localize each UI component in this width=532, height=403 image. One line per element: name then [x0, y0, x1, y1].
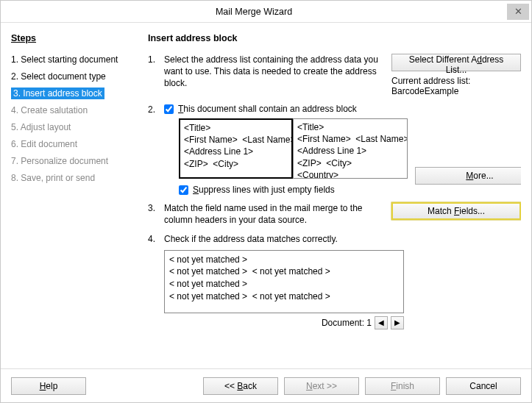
section-select-address-list: 1. Select the address list containing th… [148, 54, 521, 96]
suppress-empty-lines-input[interactable] [179, 185, 188, 195]
mail-merge-wizard-window: Mail Merge Wizard ✕ Steps 1. Select star… [0, 0, 532, 403]
steps-sidebar: Steps 1. Select starting document2. Sele… [11, 30, 138, 368]
match-fields-button[interactable]: Match Fields... [391, 202, 521, 220]
close-icon: ✕ [514, 6, 522, 17]
document-index: 1 [366, 318, 372, 328]
step-item-4[interactable]: 4. Create salutation [11, 104, 138, 116]
current-address-list-label: Current address list: BarcodeExample [391, 76, 521, 96]
step-item-7[interactable]: 7. Personalize document [11, 155, 138, 167]
back-button[interactable]: << Back [203, 377, 278, 395]
finish-button[interactable]: Finish [365, 377, 440, 395]
select-address-list-button[interactable]: Select Different Address List... [391, 54, 521, 71]
address-block-template-1[interactable]: <Title> <First Name> <Last Name> <Addres… [179, 118, 293, 179]
help-button[interactable]: Help [11, 377, 86, 395]
more-templates-button[interactable]: More... [415, 167, 521, 185]
prev-document-button[interactable]: ◀ [375, 316, 388, 329]
section4-text: Check if the address data matches correc… [164, 233, 521, 245]
address-block-templates: <Title> <First Name> <Last Name> <Addres… [179, 118, 408, 179]
current-address-list-value: BarcodeExample [391, 86, 458, 96]
section-number: 1. [148, 54, 164, 96]
step-item-6[interactable]: 6. Edit document [11, 138, 138, 150]
next-button[interactable]: Next >> [284, 377, 359, 395]
step-item-2[interactable]: 2. Select document type [11, 71, 138, 82]
step-item-3[interactable]: 3. Insert address block [11, 88, 104, 99]
titlebar: Mail Merge Wizard ✕ [1, 1, 531, 23]
contain-address-block-input[interactable] [164, 104, 174, 114]
suppress-empty-lines-checkbox[interactable]: Suppress lines with just empty fields [179, 185, 521, 195]
section-number: 2. [148, 104, 164, 195]
arrow-right-icon: ▶ [394, 318, 400, 327]
section-number: 3. [148, 202, 164, 226]
section-number: 4. [148, 233, 164, 329]
main-header: Insert address block [148, 33, 521, 43]
cancel-button[interactable]: Cancel [446, 377, 521, 395]
next-document-button[interactable]: ▶ [391, 316, 404, 329]
document-nav: Document: 1 ◀ ▶ [164, 316, 404, 329]
section-address-block: 2. This document shall contain an addres… [148, 104, 521, 195]
step-item-8[interactable]: 8. Save, print or send [11, 172, 138, 184]
arrow-left-icon: ◀ [378, 318, 384, 327]
step-item-5[interactable]: 5. Adjust layout [11, 121, 138, 133]
address-block-template-2[interactable]: <Title> <First Name> <Last Name> <Addres… [293, 118, 408, 179]
steps-header: Steps [11, 33, 138, 43]
address-preview: < not yet matched > < not yet matched > … [164, 250, 404, 313]
section3-text: Match the field name used in the mail me… [164, 202, 386, 226]
main-panel: Insert address block 1. Select the addre… [138, 30, 521, 368]
section1-text: Select the address list containing the a… [164, 54, 386, 90]
step-item-1[interactable]: 1. Select starting document [11, 54, 138, 65]
footer: Help << Back Next >> Finish Cancel [1, 368, 531, 402]
close-button[interactable]: ✕ [507, 4, 529, 20]
section-match-fields: 3. Match the field name used in the mail… [148, 202, 521, 226]
section-check-data: 4. Check if the address data matches cor… [148, 233, 521, 329]
contain-address-block-checkbox[interactable]: This document shall contain an address b… [164, 104, 521, 114]
content-area: Steps 1. Select starting document2. Sele… [1, 23, 531, 368]
window-title: Mail Merge Wizard [1, 7, 507, 17]
